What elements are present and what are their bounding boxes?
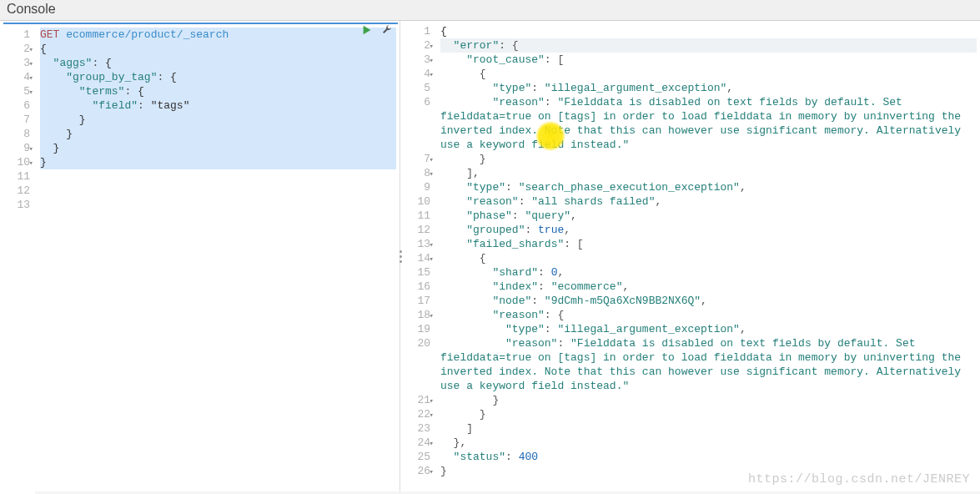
response-editor[interactable]: 12▾3▾4▾567▾8▾910111213▾14▾15161718▾19202… xyxy=(400,21,980,491)
split-panels: 12▾3▾4▾5▾6789▾10▾111213 GET ecommerce/pr… xyxy=(0,21,980,491)
console-title: Console xyxy=(7,2,56,16)
request-gutter: 12▾3▾4▾5▾6789▾10▾111213 xyxy=(0,24,35,494)
response-gutter: 12▾3▾4▾567▾8▾910111213▾14▾15161718▾19202… xyxy=(400,21,435,491)
request-code[interactable]: GET ecommerce/product/_search{ "aggs": {… xyxy=(35,24,400,494)
svg-marker-0 xyxy=(364,26,371,35)
request-panel: 12▾3▾4▾5▾6789▾10▾111213 GET ecommerce/pr… xyxy=(0,21,400,491)
run-icon[interactable] xyxy=(361,24,373,36)
wrench-icon[interactable] xyxy=(381,24,393,36)
response-code: { "error": { "root_cause": [ { "type": "… xyxy=(435,21,980,491)
response-panel: 12▾3▾4▾567▾8▾910111213▾14▾15161718▾19202… xyxy=(400,21,980,491)
request-actions xyxy=(361,24,393,36)
request-editor[interactable]: 12▾3▾4▾5▾6789▾10▾111213 GET ecommerce/pr… xyxy=(0,24,400,494)
console-header: Console xyxy=(0,0,980,21)
